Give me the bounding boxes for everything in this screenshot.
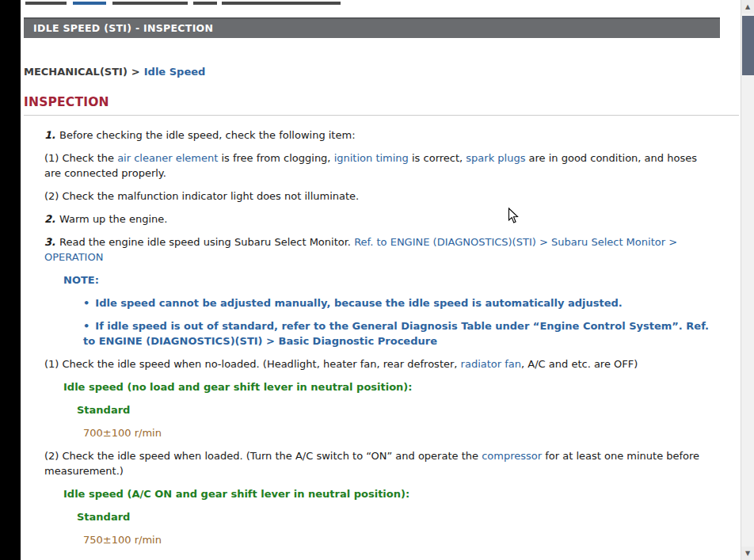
step-1-sub-1: (1) Check the air cleaner element is fre… bbox=[44, 150, 717, 181]
step-number: 2. bbox=[44, 213, 55, 225]
check-no-load: (1) Check the idle speed when no-loaded.… bbox=[44, 356, 717, 371]
section-header-title: IDLE SPEED (STI) - INSPECTION bbox=[33, 22, 213, 34]
step-text: Warm up the engine. bbox=[59, 213, 167, 225]
clipped-text-fragment bbox=[222, 2, 341, 5]
step-text: Read the engine idle speed using Subaru … bbox=[59, 236, 354, 248]
section-header-bar: IDLE SPEED (STI) - INSPECTION bbox=[24, 17, 720, 38]
step-number: 3. bbox=[44, 236, 55, 248]
scrollbar-thumb[interactable] bbox=[742, 16, 754, 75]
page-title: INSPECTION bbox=[24, 95, 741, 109]
check-loaded: (2) Check the idle speed when loaded. (T… bbox=[44, 448, 717, 478]
breadcrumb: MECHANICAL(STI)>Idle Speed bbox=[24, 66, 741, 78]
step-text: Before checking the idle speed, check th… bbox=[59, 129, 356, 141]
note-text: If idle speed is out of standard, refer … bbox=[95, 320, 686, 332]
manual-viewer-window: IDLE SPEED (STI) - INSPECTION MECHANICAL… bbox=[0, 0, 754, 560]
scroll-up-button[interactable]: ▲ bbox=[741, 0, 754, 13]
spark-plugs-link[interactable]: spark plugs bbox=[466, 152, 525, 164]
step-3: 3.Read the engine idle speed using Subar… bbox=[44, 234, 717, 265]
spec-value-no-load: 700±100 r/min bbox=[83, 425, 717, 440]
clipped-text-fragment bbox=[112, 2, 188, 5]
vertical-scrollbar[interactable]: ▲ ▼ bbox=[741, 0, 754, 560]
scroll-down-button[interactable]: ▼ bbox=[741, 547, 754, 560]
clipped-text-fragment bbox=[25, 2, 67, 5]
note-text: Idle speed cannot be adjusted manually, … bbox=[95, 297, 622, 309]
step-text: is free from clogging, bbox=[218, 152, 333, 164]
spec-standard-label: Standard bbox=[77, 402, 717, 417]
heading-divider bbox=[24, 115, 739, 116]
compressor-link[interactable]: compressor bbox=[482, 450, 542, 462]
step-text: (1) Check the idle speed when no-loaded.… bbox=[44, 358, 461, 370]
procedure-body: 1.Before checking the idle speed, check … bbox=[44, 128, 717, 547]
step-1: 1.Before checking the idle speed, check … bbox=[44, 128, 717, 143]
breadcrumb-separator: > bbox=[131, 66, 140, 78]
step-1-sub-2: (2) Check the malfunction indicator ligh… bbox=[44, 189, 717, 204]
step-text: (1) Check the bbox=[44, 152, 117, 164]
clipped-text-fragment bbox=[193, 2, 217, 5]
step-2: 2.Warm up the engine. bbox=[44, 211, 717, 227]
main-content: IDLE SPEED (STI) - INSPECTION MECHANICAL… bbox=[21, 0, 741, 560]
window-left-black-edge bbox=[0, 0, 21, 560]
air-cleaner-element-link[interactable]: air cleaner element bbox=[117, 152, 218, 164]
step-text: (2) Check the idle speed when loaded. (T… bbox=[44, 450, 482, 462]
step-number: 1. bbox=[44, 129, 55, 141]
note-item: •If idle speed is out of standard, refer… bbox=[83, 318, 717, 349]
spec-standard-label: Standard bbox=[77, 509, 717, 524]
clipped-text-fragment bbox=[73, 2, 106, 5]
spec-value-ac-on: 750±100 r/min bbox=[83, 532, 717, 547]
clipped-top-text-row bbox=[21, 0, 741, 16]
ignition-timing-link[interactable]: ignition timing bbox=[334, 152, 409, 164]
bullet-icon: • bbox=[83, 320, 89, 332]
breadcrumb-section: MECHANICAL(STI) bbox=[24, 66, 128, 78]
spec-heading-no-load: Idle speed (no load and gear shift lever… bbox=[63, 379, 717, 394]
note-label: NOTE: bbox=[63, 272, 717, 288]
step-text: (2) Check the malfunction indicator ligh… bbox=[44, 190, 359, 202]
mouse-cursor-icon bbox=[508, 208, 519, 224]
spec-heading-ac-on: Idle speed (A/C ON and gear shift lever … bbox=[63, 486, 717, 501]
note-item: •Idle speed cannot be adjusted manually,… bbox=[83, 295, 717, 310]
radiator-fan-link[interactable]: radiator fan bbox=[461, 358, 521, 370]
step-text: is correct, bbox=[409, 152, 466, 164]
step-text: , A/C and etc. are OFF) bbox=[521, 358, 638, 370]
breadcrumb-current-link[interactable]: Idle Speed bbox=[144, 66, 206, 78]
bullet-icon: • bbox=[83, 297, 89, 309]
